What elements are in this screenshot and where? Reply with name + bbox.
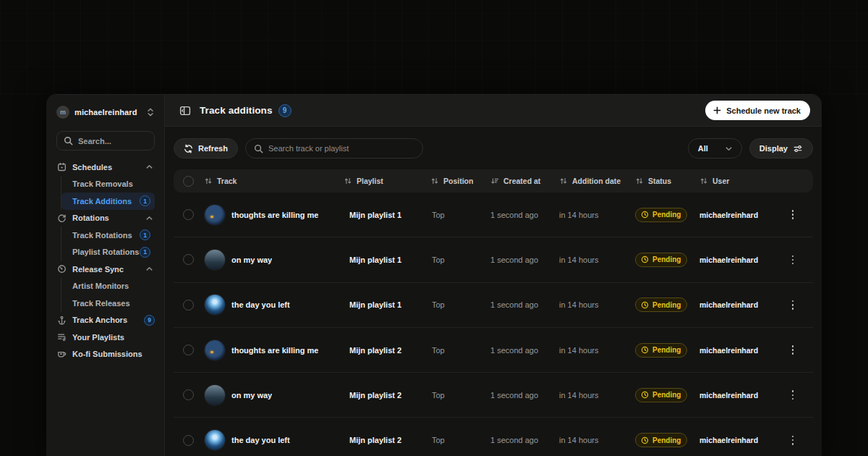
track-artwork	[205, 385, 225, 405]
sidebar-item-your-playlists[interactable]: Your Playlists	[56, 329, 155, 346]
status-label: Pending	[652, 211, 681, 219]
table-row: on my way Mijn playlist 2 Top 1 second a…	[174, 373, 813, 418]
sidebar: m michaelreinhard Schedules	[46, 95, 165, 456]
sync-icon	[56, 264, 67, 274]
row-checkbox[interactable]	[183, 435, 194, 446]
created-at-value: 1 second ago	[490, 436, 559, 444]
position-value: Top	[430, 256, 490, 264]
addition-date-value: in 14 hours	[559, 436, 635, 444]
sort-icon	[559, 177, 568, 185]
sidebar-item-artist-monitors[interactable]: Artist Monitors	[61, 278, 155, 295]
column-header-created-at[interactable]: Created at	[490, 177, 559, 185]
sidebar-item-label: Schedules	[72, 163, 140, 172]
sidebar-item-playlist-rotations[interactable]: Playlist Rotations 1	[61, 244, 155, 261]
sidebar-item-track-anchors[interactable]: Track Anchors 9	[56, 312, 155, 329]
sidebar-item-track-releases[interactable]: Track Releases	[61, 295, 155, 312]
track-artwork	[205, 250, 225, 270]
schedule-new-track-button[interactable]: Schedule new track	[705, 101, 810, 120]
column-header-status[interactable]: Status	[635, 177, 699, 185]
sidebar-item-schedules[interactable]: Schedules	[56, 159, 155, 176]
refresh-icon	[184, 144, 193, 153]
column-label: User	[712, 177, 729, 185]
sidebar-item-label: Track Additions	[72, 197, 140, 206]
row-checkbox[interactable]	[183, 345, 194, 355]
track-artwork	[205, 430, 225, 450]
user-menu[interactable]: m michaelreinhard	[56, 105, 155, 119]
column-header-position[interactable]: Position	[430, 177, 490, 185]
status-filter-select[interactable]: All	[688, 138, 742, 159]
row-checkbox[interactable]	[183, 389, 194, 400]
sidebar-item-kofi-submissions[interactable]: Ko-fi Submissions	[56, 346, 155, 363]
count-badge: 1	[140, 195, 150, 206]
addition-date-value: in 14 hours	[559, 256, 635, 264]
chevron-up-icon	[145, 214, 153, 222]
sort-icon	[699, 177, 708, 185]
sort-icon	[430, 177, 439, 185]
position-value: Top	[430, 346, 490, 355]
user-value: michaelreinhard	[699, 436, 773, 444]
sidebar-item-release-sync[interactable]: Release Sync	[56, 261, 155, 278]
chevron-up-icon	[145, 163, 153, 171]
refresh-button[interactable]: Refresh	[174, 138, 238, 159]
user-value: michaelreinhard	[699, 300, 773, 309]
column-label: Created at	[503, 177, 540, 185]
row-checkbox[interactable]	[183, 254, 194, 265]
filter-value: All	[698, 144, 708, 153]
table-search-input[interactable]	[268, 144, 414, 153]
sidebar-item-label: Track Anchors	[72, 316, 138, 324]
sidebar-item-label: Rotations	[72, 214, 140, 222]
row-menu-button[interactable]	[786, 253, 799, 267]
column-label: Addition date	[572, 177, 621, 185]
table-row: thoughts are killing me Mijn playlist 2 …	[174, 328, 813, 373]
count-badge: 1	[140, 229, 150, 240]
track-title: the day you left	[231, 436, 290, 444]
avatar: m	[56, 106, 69, 119]
table-row: the day you left Mijn playlist 1 Top 1 s…	[174, 283, 813, 328]
page-title: Track additions	[200, 105, 273, 116]
table-row: on my way Mijn playlist 1 Top 1 second a…	[174, 237, 813, 282]
column-header-user[interactable]: User	[699, 177, 773, 185]
select-all-checkbox[interactable]	[183, 176, 194, 187]
user-value: michaelreinhard	[699, 391, 773, 400]
status-label: Pending	[652, 256, 681, 263]
display-button[interactable]: Display	[749, 138, 813, 159]
sidebar-item-track-additions[interactable]: Track Additions 1	[61, 193, 155, 210]
column-header-track[interactable]: Track	[203, 177, 344, 185]
table-row: the day you left Mijn playlist 2 Top 1 s…	[174, 418, 813, 456]
row-menu-button[interactable]	[786, 343, 799, 357]
track-additions-table: Track Playlist Position Created at Addit…	[174, 169, 813, 456]
row-checkbox[interactable]	[183, 209, 194, 220]
user-value: michaelreinhard	[699, 346, 773, 355]
row-menu-button[interactable]	[786, 298, 799, 312]
search-input[interactable]	[78, 137, 148, 145]
addition-date-value: in 14 hours	[559, 391, 635, 400]
row-menu-button[interactable]	[786, 434, 799, 447]
sidebar-item-rotations[interactable]: Rotations	[56, 210, 155, 227]
sort-desc-icon	[490, 177, 499, 185]
calendar-icon	[56, 162, 67, 172]
row-menu-button[interactable]	[786, 208, 799, 221]
display-label: Display	[760, 144, 788, 153]
anchor-icon	[56, 316, 67, 325]
sidebar-search[interactable]	[56, 131, 155, 151]
column-header-playlist[interactable]: Playlist	[344, 177, 430, 185]
toolbar: Refresh All Display	[165, 127, 822, 159]
playlist-name: Mijn playlist 1	[344, 300, 430, 309]
track-title: on my way	[231, 256, 272, 264]
column-label: Playlist	[357, 177, 383, 185]
sidebar-item-label: Ko-fi Submissions	[72, 350, 155, 358]
column-header-addition-date[interactable]: Addition date	[559, 177, 635, 185]
status-badge: Pending	[635, 343, 687, 358]
status-badge: Pending	[635, 433, 687, 447]
table-search[interactable]	[245, 138, 423, 159]
sidebar-item-track-rotations[interactable]: Track Rotations 1	[61, 227, 155, 244]
kofi-cup-icon	[56, 350, 67, 359]
track-title: thoughts are killing me	[231, 211, 318, 219]
count-badge: 1	[140, 247, 150, 258]
sidebar-item-track-removals[interactable]: Track Removals	[61, 176, 155, 193]
position-value: Top	[430, 391, 490, 400]
row-checkbox[interactable]	[183, 300, 194, 311]
status-badge: Pending	[635, 297, 687, 312]
collapse-sidebar-icon[interactable]	[179, 105, 191, 117]
row-menu-button[interactable]	[786, 388, 799, 402]
